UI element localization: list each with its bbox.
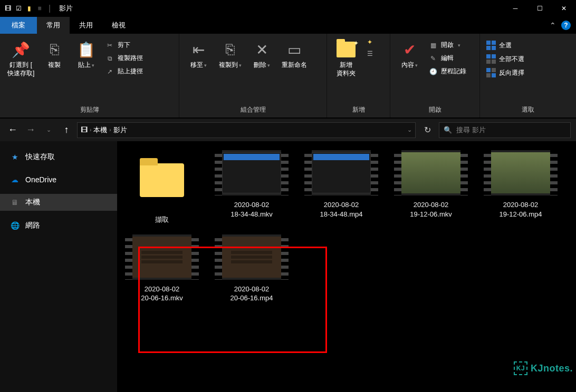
- new-item-icon: ✦: [365, 38, 375, 46]
- history-icon: 🕘: [428, 68, 438, 75]
- invert-icon: [486, 68, 496, 77]
- copy-icon: ⎘: [50, 39, 59, 60]
- copy-path-button[interactable]: ⧉複製路徑: [103, 52, 145, 64]
- tab-view[interactable]: 檢視: [102, 17, 135, 34]
- paste-button[interactable]: 📋 貼上▾: [71, 37, 101, 72]
- forward-button[interactable]: →: [23, 124, 38, 135]
- edit-button[interactable]: ✎編輯: [426, 52, 468, 64]
- qat-folder-icon[interactable]: ▮: [24, 4, 34, 13]
- navigation-bar: ← → ⌄ ↑ 🎞 › 本機 › 影片 ⌄ ↻ 🔍 搜尋 影片: [0, 118, 576, 141]
- copy-to-button[interactable]: ⎘複製到▾: [215, 37, 245, 72]
- file-item[interactable]: 2020-08-02 18-34-48.mp4: [302, 149, 381, 224]
- file-item[interactable]: 2020-08-02 18-34-48.mkv: [212, 149, 291, 224]
- recent-dropdown[interactable]: ⌄: [41, 126, 56, 133]
- move-to-button[interactable]: ⇤移至▾: [184, 37, 213, 72]
- file-item[interactable]: 2020-08-02 20-06-16.mp4: [212, 233, 291, 303]
- group-new-label: 新增: [327, 104, 390, 117]
- address-bar[interactable]: 🎞 › 本機 › 影片 ⌄: [77, 122, 416, 138]
- search-icon: 🔍: [444, 126, 452, 134]
- video-thumbnail: [215, 149, 289, 197]
- cut-icon: ✂: [105, 42, 114, 49]
- new-item-button[interactable]: ✦: [363, 37, 377, 47]
- group-select-label: 選取: [480, 104, 576, 117]
- properties-icon: ✔: [404, 39, 416, 60]
- ribbon: 📌 釘選到 [ 快速存取] ⎘ 複製 📋 貼上▾ ✂剪下 ⧉複製路徑 ↗貼上捷徑…: [0, 34, 576, 118]
- star-icon: ★: [9, 153, 20, 161]
- file-name: 2020-08-02 20-06-16.mp4: [231, 285, 273, 303]
- video-thumbnail: [304, 149, 378, 197]
- paste-shortcut-button[interactable]: ↗貼上捷徑: [103, 65, 145, 77]
- chevron-icon[interactable]: ›: [109, 127, 111, 133]
- sidebar-quick-access[interactable]: ★快速存取: [0, 149, 117, 165]
- delete-button[interactable]: ✕刪除▾: [247, 37, 276, 72]
- history-button[interactable]: 🕘歷程記錄: [426, 65, 468, 77]
- search-box[interactable]: 🔍 搜尋 影片: [439, 122, 571, 138]
- paste-icon: 📋: [77, 39, 95, 60]
- watermark: KJ KJnotes.: [514, 361, 573, 375]
- minimize-button[interactable]: ─: [503, 0, 527, 17]
- pin-icon: 📌: [12, 39, 30, 60]
- address-dropdown-icon[interactable]: ⌄: [407, 126, 412, 133]
- file-list[interactable]: 擷取2020-08-02 18-34-48.mkv2020-08-02 18-3…: [117, 141, 576, 392]
- shortcut-icon: ↗: [105, 68, 114, 75]
- select-all-icon: [486, 41, 496, 50]
- video-thumbnail: [484, 149, 558, 197]
- properties-button[interactable]: ✔內容▾: [395, 37, 424, 72]
- file-name: 2020-08-02 18-34-48.mp4: [320, 200, 363, 219]
- breadcrumb-folder[interactable]: 影片: [113, 125, 127, 135]
- move-icon: ⇤: [193, 39, 205, 60]
- open-button[interactable]: ▦開啟▾: [426, 39, 468, 51]
- path-icon: ⧉: [105, 55, 114, 62]
- file-item[interactable]: 2020-08-02 20-06-16.mkv: [122, 233, 201, 303]
- open-icon: ▦: [428, 42, 438, 49]
- qat-dropdown-icon[interactable]: ≡: [35, 4, 44, 13]
- file-item[interactable]: 2020-08-02 19-12-06.mkv: [391, 149, 471, 224]
- file-name: 2020-08-02 18-34-48.mkv: [231, 200, 272, 219]
- folder-icon: [125, 149, 199, 212]
- file-item[interactable]: 2020-08-02 19-12-06.mp4: [481, 149, 560, 224]
- close-button[interactable]: ✕: [552, 0, 576, 17]
- up-button[interactable]: ↑: [59, 124, 74, 135]
- group-clipboard-label: 剪貼簿: [0, 104, 179, 117]
- navigation-pane: ★快速存取 ☁OneDrive 🖥本機 🌐網路: [0, 141, 117, 392]
- select-all-button[interactable]: 全選: [484, 39, 526, 52]
- help-icon[interactable]: ?: [561, 21, 571, 30]
- rename-button[interactable]: ▭重新命名: [279, 37, 310, 72]
- breadcrumb-pc[interactable]: 本機: [93, 125, 107, 135]
- new-folder-button[interactable]: ✦ 新增 資料夾: [331, 37, 361, 80]
- tab-share[interactable]: 共用: [70, 17, 102, 34]
- cloud-icon: ☁: [9, 175, 20, 184]
- easy-access-button[interactable]: ☰: [363, 48, 377, 59]
- chevron-icon[interactable]: ›: [90, 127, 91, 133]
- rename-icon: ▭: [287, 39, 301, 60]
- copyto-icon: ⎘: [226, 39, 235, 60]
- video-thumbnail: [215, 233, 289, 281]
- folder-item[interactable]: 擷取: [122, 149, 201, 224]
- maximize-button[interactable]: ☐: [527, 0, 552, 17]
- easy-access-icon: ☰: [365, 50, 375, 57]
- tab-file[interactable]: 檔案: [0, 17, 37, 34]
- file-name: 擷取: [155, 215, 169, 224]
- select-none-icon: [486, 54, 496, 64]
- cut-button[interactable]: ✂剪下: [103, 39, 145, 51]
- pin-to-quick-access-button[interactable]: 📌 釘選到 [ 快速存取]: [4, 37, 37, 80]
- collapse-ribbon-icon[interactable]: ⌃: [550, 21, 556, 30]
- sidebar-onedrive[interactable]: ☁OneDrive: [0, 172, 117, 188]
- invert-selection-button[interactable]: 反向選擇: [484, 66, 526, 79]
- sidebar-network[interactable]: 🌐網路: [0, 217, 117, 234]
- pc-icon: 🖥: [9, 198, 20, 207]
- refresh-button[interactable]: ↻: [419, 122, 436, 138]
- sidebar-this-pc[interactable]: 🖥本機: [0, 194, 117, 211]
- copy-button[interactable]: ⎘ 複製: [40, 37, 69, 72]
- select-none-button[interactable]: 全部不選: [484, 53, 526, 65]
- location-icon: 🎞: [81, 126, 88, 134]
- window-title: 影片: [59, 4, 73, 13]
- tab-home[interactable]: 常用: [37, 17, 70, 34]
- video-thumbnail: [394, 149, 468, 197]
- video-thumbnail: [125, 233, 199, 281]
- search-placeholder: 搜尋 影片: [456, 125, 486, 135]
- back-button[interactable]: ←: [5, 124, 20, 135]
- edit-icon: ✎: [428, 55, 438, 62]
- qat-properties-icon[interactable]: ☑: [14, 4, 23, 13]
- title-bar: 🎞 ☑ ▮ ≡ | 影片 ─ ☐ ✕: [0, 0, 576, 17]
